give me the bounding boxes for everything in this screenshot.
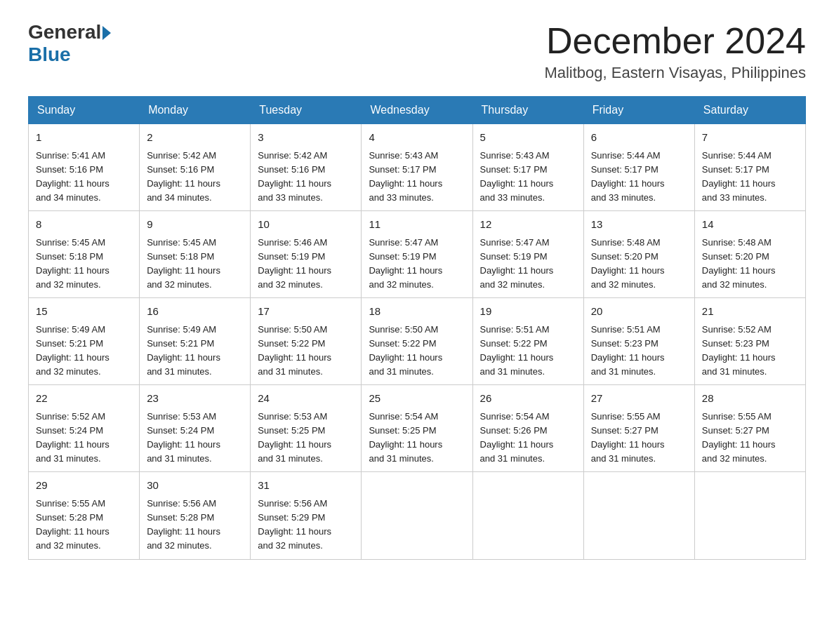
- day-info: Sunrise: 5:42 AMSunset: 5:16 PMDaylight:…: [258, 150, 331, 203]
- day-number: 30: [147, 478, 243, 494]
- day-info: Sunrise: 5:53 AMSunset: 5:24 PMDaylight:…: [147, 411, 220, 464]
- page-header: General Blue December 2024 Malitbog, Eas…: [28, 21, 806, 82]
- day-number: 21: [702, 304, 798, 320]
- day-info: Sunrise: 5:55 AMSunset: 5:27 PMDaylight:…: [591, 411, 665, 464]
- day-info: Sunrise: 5:46 AMSunset: 5:19 PMDaylight:…: [258, 237, 331, 290]
- day-info: Sunrise: 5:42 AMSunset: 5:16 PMDaylight:…: [147, 150, 220, 203]
- day-info: Sunrise: 5:45 AMSunset: 5:18 PMDaylight:…: [147, 237, 220, 290]
- day-info: Sunrise: 5:54 AMSunset: 5:25 PMDaylight:…: [369, 411, 442, 464]
- logo-text: General: [28, 21, 111, 43]
- location-title: Malitbog, Eastern Visayas, Philippines: [544, 64, 806, 82]
- day-number: 31: [258, 478, 354, 494]
- day-number: 14: [702, 217, 798, 233]
- calendar-cell: 22Sunrise: 5:52 AMSunset: 5:24 PMDayligh…: [29, 385, 140, 472]
- calendar-cell: 31Sunrise: 5:56 AMSunset: 5:29 PMDayligh…: [251, 472, 362, 559]
- calendar-cell: 9Sunrise: 5:45 AMSunset: 5:18 PMDaylight…: [140, 211, 251, 298]
- day-info: Sunrise: 5:51 AMSunset: 5:22 PMDaylight:…: [480, 324, 554, 377]
- day-number: 27: [591, 391, 687, 407]
- calendar-cell: 30Sunrise: 5:56 AMSunset: 5:28 PMDayligh…: [140, 472, 251, 559]
- calendar-cell: [583, 472, 694, 559]
- week-row-2: 8Sunrise: 5:45 AMSunset: 5:18 PMDaylight…: [29, 211, 806, 298]
- calendar-cell: [362, 472, 472, 559]
- calendar-cell: 13Sunrise: 5:48 AMSunset: 5:20 PMDayligh…: [583, 211, 694, 298]
- calendar-cell: 5Sunrise: 5:43 AMSunset: 5:17 PMDaylight…: [472, 124, 583, 211]
- calendar-cell: 15Sunrise: 5:49 AMSunset: 5:21 PMDayligh…: [29, 298, 140, 385]
- calendar-cell: [472, 472, 583, 559]
- day-number: 24: [258, 391, 354, 407]
- day-number: 19: [480, 304, 576, 320]
- day-number: 11: [369, 217, 465, 233]
- day-info: Sunrise: 5:56 AMSunset: 5:29 PMDaylight:…: [258, 498, 331, 551]
- calendar-cell: 29Sunrise: 5:55 AMSunset: 5:28 PMDayligh…: [29, 472, 140, 559]
- calendar-cell: 23Sunrise: 5:53 AMSunset: 5:24 PMDayligh…: [140, 385, 251, 472]
- calendar-cell: 3Sunrise: 5:42 AMSunset: 5:16 PMDaylight…: [251, 124, 362, 211]
- day-number: 10: [258, 217, 354, 233]
- day-number: 22: [36, 391, 132, 407]
- calendar-cell: 10Sunrise: 5:46 AMSunset: 5:19 PMDayligh…: [251, 211, 362, 298]
- calendar-cell: 6Sunrise: 5:44 AMSunset: 5:17 PMDaylight…: [583, 124, 694, 211]
- day-info: Sunrise: 5:54 AMSunset: 5:26 PMDaylight:…: [480, 411, 554, 464]
- week-row-4: 22Sunrise: 5:52 AMSunset: 5:24 PMDayligh…: [29, 385, 806, 472]
- calendar-cell: 27Sunrise: 5:55 AMSunset: 5:27 PMDayligh…: [583, 385, 694, 472]
- calendar-cell: 17Sunrise: 5:50 AMSunset: 5:22 PMDayligh…: [251, 298, 362, 385]
- weekday-header-friday: Friday: [583, 97, 694, 124]
- calendar-table: SundayMondayTuesdayWednesdayThursdayFrid…: [28, 96, 806, 559]
- day-info: Sunrise: 5:43 AMSunset: 5:17 PMDaylight:…: [480, 150, 554, 203]
- weekday-header-saturday: Saturday: [694, 97, 805, 124]
- day-info: Sunrise: 5:55 AMSunset: 5:28 PMDaylight:…: [36, 498, 110, 551]
- month-title: December 2024: [544, 21, 806, 61]
- day-number: 15: [36, 304, 132, 320]
- day-number: 18: [369, 304, 465, 320]
- day-number: 25: [369, 391, 465, 407]
- logo-blue-text: Blue: [28, 43, 71, 66]
- day-info: Sunrise: 5:47 AMSunset: 5:19 PMDaylight:…: [369, 237, 442, 290]
- day-info: Sunrise: 5:50 AMSunset: 5:22 PMDaylight:…: [258, 324, 331, 377]
- day-info: Sunrise: 5:44 AMSunset: 5:17 PMDaylight:…: [591, 150, 665, 203]
- day-number: 1: [36, 130, 132, 146]
- day-info: Sunrise: 5:53 AMSunset: 5:25 PMDaylight:…: [258, 411, 331, 464]
- calendar-cell: 2Sunrise: 5:42 AMSunset: 5:16 PMDaylight…: [140, 124, 251, 211]
- calendar-cell: 28Sunrise: 5:55 AMSunset: 5:27 PMDayligh…: [694, 385, 805, 472]
- day-info: Sunrise: 5:52 AMSunset: 5:24 PMDaylight:…: [36, 411, 110, 464]
- calendar-cell: [694, 472, 805, 559]
- weekday-header-tuesday: Tuesday: [251, 97, 362, 124]
- week-row-5: 29Sunrise: 5:55 AMSunset: 5:28 PMDayligh…: [29, 472, 806, 559]
- weekday-header-wednesday: Wednesday: [362, 97, 472, 124]
- day-info: Sunrise: 5:45 AMSunset: 5:18 PMDaylight:…: [36, 237, 110, 290]
- day-info: Sunrise: 5:41 AMSunset: 5:16 PMDaylight:…: [36, 150, 110, 203]
- day-info: Sunrise: 5:52 AMSunset: 5:23 PMDaylight:…: [702, 324, 776, 377]
- day-number: 16: [147, 304, 243, 320]
- weekday-header-sunday: Sunday: [29, 97, 140, 124]
- day-number: 5: [480, 130, 576, 146]
- title-area: December 2024 Malitbog, Eastern Visayas,…: [544, 21, 806, 82]
- weekday-header-row: SundayMondayTuesdayWednesdayThursdayFrid…: [29, 97, 806, 124]
- day-number: 23: [147, 391, 243, 407]
- day-info: Sunrise: 5:48 AMSunset: 5:20 PMDaylight:…: [702, 237, 776, 290]
- day-number: 6: [591, 130, 687, 146]
- day-number: 17: [258, 304, 354, 320]
- day-info: Sunrise: 5:50 AMSunset: 5:22 PMDaylight:…: [369, 324, 442, 377]
- calendar-cell: 7Sunrise: 5:44 AMSunset: 5:17 PMDaylight…: [694, 124, 805, 211]
- day-number: 9: [147, 217, 243, 233]
- logo-general-text: General: [28, 21, 101, 43]
- calendar-cell: 19Sunrise: 5:51 AMSunset: 5:22 PMDayligh…: [472, 298, 583, 385]
- calendar-cell: 12Sunrise: 5:47 AMSunset: 5:19 PMDayligh…: [472, 211, 583, 298]
- day-info: Sunrise: 5:49 AMSunset: 5:21 PMDaylight:…: [147, 324, 220, 377]
- calendar-cell: 11Sunrise: 5:47 AMSunset: 5:19 PMDayligh…: [362, 211, 472, 298]
- day-number: 4: [369, 130, 465, 146]
- day-info: Sunrise: 5:48 AMSunset: 5:20 PMDaylight:…: [591, 237, 665, 290]
- day-info: Sunrise: 5:51 AMSunset: 5:23 PMDaylight:…: [591, 324, 665, 377]
- day-number: 2: [147, 130, 243, 146]
- day-info: Sunrise: 5:44 AMSunset: 5:17 PMDaylight:…: [702, 150, 776, 203]
- day-info: Sunrise: 5:47 AMSunset: 5:19 PMDaylight:…: [480, 237, 554, 290]
- day-info: Sunrise: 5:49 AMSunset: 5:21 PMDaylight:…: [36, 324, 110, 377]
- day-number: 26: [480, 391, 576, 407]
- day-number: 20: [591, 304, 687, 320]
- day-number: 28: [702, 391, 798, 407]
- calendar-cell: 16Sunrise: 5:49 AMSunset: 5:21 PMDayligh…: [140, 298, 251, 385]
- day-number: 8: [36, 217, 132, 233]
- calendar-cell: 20Sunrise: 5:51 AMSunset: 5:23 PMDayligh…: [583, 298, 694, 385]
- calendar-cell: 25Sunrise: 5:54 AMSunset: 5:25 PMDayligh…: [362, 385, 472, 472]
- day-number: 7: [702, 130, 798, 146]
- day-info: Sunrise: 5:56 AMSunset: 5:28 PMDaylight:…: [147, 498, 220, 551]
